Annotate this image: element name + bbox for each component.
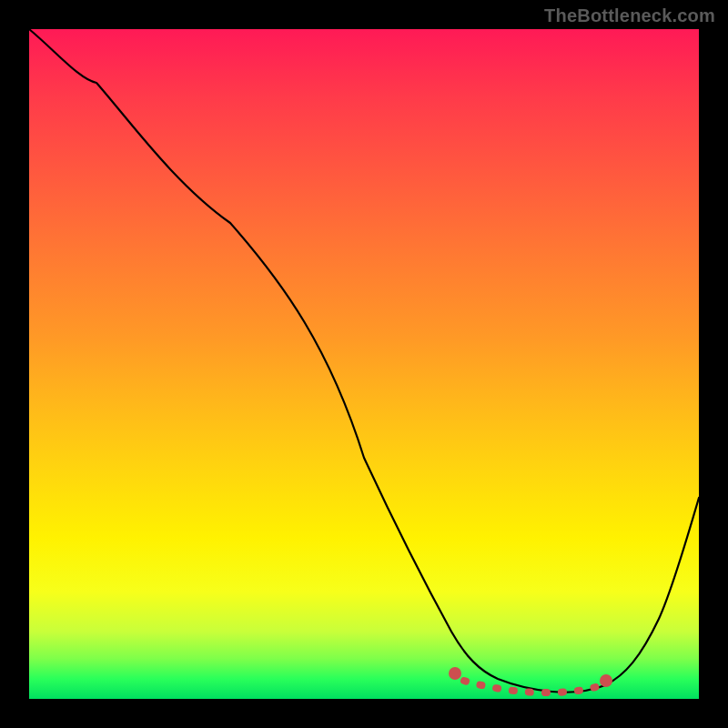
bottleneck-curve [29,29,699,693]
optimal-zone-end-dot [600,674,612,687]
plot-area [29,29,699,699]
optimal-zone-start-dot [449,667,461,680]
optimal-zone-indicator [464,681,599,693]
watermark-text: TheBottleneck.com [544,5,715,26]
curve-svg [29,29,699,699]
chart-frame: TheBottleneck.com [0,0,728,728]
